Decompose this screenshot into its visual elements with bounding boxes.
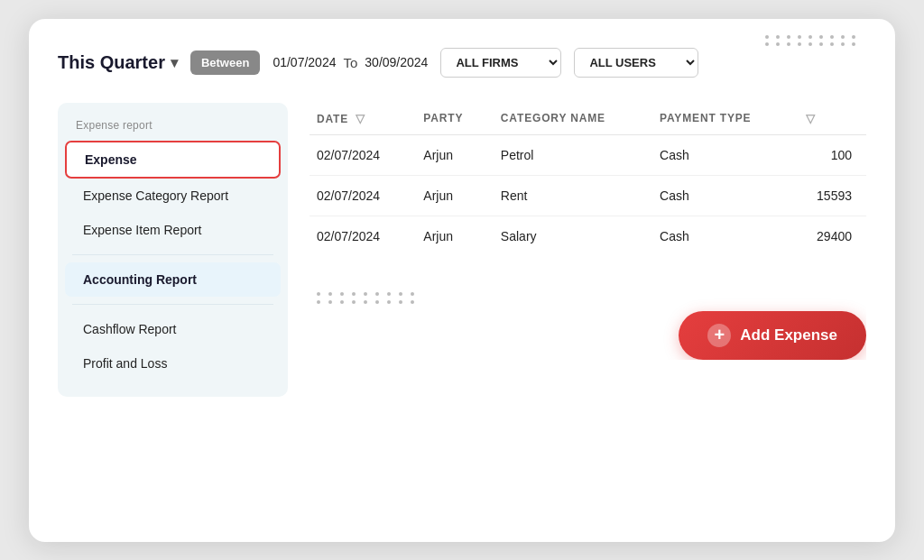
- col-header-date: DATE ▽: [310, 103, 416, 135]
- col-header-party: PARTY: [416, 103, 494, 135]
- table-row: 02/07/2024 Arjun Salary Cash 29400: [310, 216, 866, 256]
- sidebar-section-label: Expense report: [58, 119, 288, 141]
- table-area: DATE ▽ PARTY CATEGORY NAME PAYMENT TYPE …: [310, 103, 866, 360]
- cell-amount: 100: [795, 134, 866, 175]
- col-header-category-name: CATEGORY NAME: [494, 103, 652, 135]
- cell-party: Arjun: [416, 216, 494, 256]
- sidebar-divider-1: [72, 254, 273, 255]
- col-header-amount: ▽: [795, 103, 866, 135]
- sidebar-item-cashflow-report-label: Cashflow Report: [83, 322, 177, 336]
- cell-date: 02/07/2024: [310, 134, 416, 175]
- to-label: To: [343, 55, 357, 70]
- date-from: 01/07/2024: [273, 55, 336, 69]
- sidebar-item-accounting-report-label: Accounting Report: [83, 272, 197, 287]
- cell-category-name: Petrol: [494, 134, 652, 175]
- table-row: 02/07/2024 Arjun Rent Cash 15593: [310, 175, 866, 216]
- col-header-payment-type: PAYMENT TYPE: [652, 103, 795, 135]
- cell-payment-type: Cash: [652, 216, 795, 256]
- add-expense-label: Add Expense: [740, 326, 837, 344]
- main-card: This Quarter ▾ Between 01/07/2024 To 30/…: [29, 19, 895, 542]
- firms-select[interactable]: ALL FIRMS: [440, 48, 561, 78]
- sidebar: Expense report Expense Expense Category …: [58, 103, 288, 397]
- expense-table: DATE ▽ PARTY CATEGORY NAME PAYMENT TYPE …: [310, 103, 866, 256]
- table-row: 02/07/2024 Arjun Petrol Cash 100: [310, 134, 866, 175]
- cell-amount: 15593: [795, 175, 866, 216]
- sidebar-item-expense-label: Expense: [85, 152, 137, 167]
- sidebar-item-expense-category-report[interactable]: Expense Category Report: [65, 179, 281, 213]
- cell-amount: 29400: [795, 216, 866, 256]
- sidebar-item-profit-and-loss[interactable]: Profit and Loss: [65, 346, 281, 381]
- cell-date: 02/07/2024: [310, 216, 416, 256]
- dots-decoration-top: [765, 35, 859, 46]
- sidebar-item-expense[interactable]: Expense: [65, 141, 281, 179]
- date-filter-icon[interactable]: ▽: [356, 112, 365, 125]
- add-expense-button[interactable]: + Add Expense: [679, 311, 866, 360]
- date-range: 01/07/2024 To 30/09/2024: [273, 55, 428, 70]
- between-badge: Between: [190, 50, 260, 75]
- add-expense-row: + Add Expense: [310, 311, 866, 360]
- cell-category-name: Salary: [494, 216, 652, 256]
- sidebar-item-expense-item-report[interactable]: Expense Item Report: [65, 213, 281, 247]
- sidebar-item-expense-item-report-label: Expense Item Report: [83, 223, 202, 237]
- main-content: Expense report Expense Expense Category …: [58, 103, 866, 397]
- cell-payment-type: Cash: [652, 175, 795, 216]
- cell-category-name: Rent: [494, 175, 652, 216]
- sidebar-item-cashflow-report[interactable]: Cashflow Report: [65, 312, 281, 346]
- cell-date: 02/07/2024: [310, 175, 416, 216]
- users-select[interactable]: ALL USERS: [574, 48, 698, 78]
- quarter-selector-button[interactable]: This Quarter ▾: [58, 52, 178, 73]
- plus-icon: +: [707, 324, 731, 347]
- dots-decoration-mid: [317, 276, 866, 304]
- cell-payment-type: Cash: [652, 134, 795, 175]
- toolbar: This Quarter ▾ Between 01/07/2024 To 30/…: [58, 48, 866, 78]
- quarter-label: This Quarter: [58, 52, 165, 73]
- cell-party: Arjun: [416, 134, 494, 175]
- sidebar-item-expense-category-report-label: Expense Category Report: [83, 188, 228, 203]
- sidebar-item-accounting-report[interactable]: Accounting Report: [65, 262, 281, 297]
- amount-filter-icon[interactable]: ▽: [806, 112, 816, 125]
- date-to: 30/09/2024: [365, 55, 428, 69]
- cell-party: Arjun: [416, 175, 494, 216]
- chevron-down-icon: ▾: [171, 54, 178, 71]
- sidebar-divider-2: [72, 304, 273, 305]
- sidebar-item-profit-and-loss-label: Profit and Loss: [83, 356, 167, 371]
